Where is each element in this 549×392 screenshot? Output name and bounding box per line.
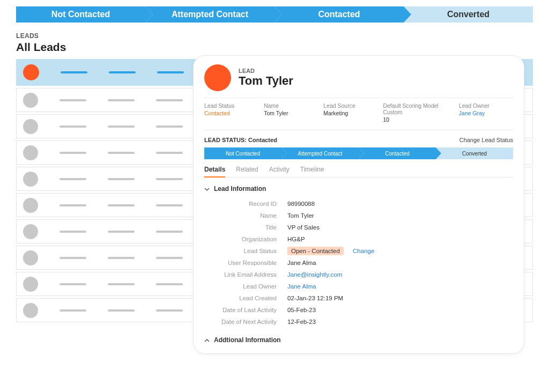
summary-scoring: Default Scoring Model Custom 10 [383, 102, 453, 123]
divider [204, 130, 513, 130]
info-value: 12-Feb-23 [287, 319, 316, 325]
placeholder-line [156, 99, 183, 101]
info-lead-status: Lead Status Open - Contacted Change [204, 245, 513, 257]
divider [204, 98, 513, 98]
placeholder-line [60, 231, 86, 233]
lead-detail-card: LEAD Tom Tyler Lead Status Contacted Nam… [193, 55, 524, 354]
info-label: Lead Created [204, 295, 277, 301]
placeholder-line [60, 178, 86, 180]
info-value: Jane Alma [287, 260, 316, 266]
summary-lead-owner: Lead Owner Jane Gray [459, 102, 513, 123]
mini-stage-contacted[interactable]: Contacted [359, 147, 436, 159]
placeholder-line [108, 257, 135, 259]
placeholder-line [61, 71, 87, 73]
placeholder-line [60, 204, 86, 206]
summary-row: Lead Status Contacted Name Tom Tyler Lea… [204, 102, 513, 123]
info-label: Link Email Address [204, 271, 277, 278]
placeholder-line [60, 99, 86, 101]
info-label: Lead Owner [204, 283, 277, 290]
tab-related[interactable]: Related [236, 166, 258, 177]
mini-stage-attempted[interactable]: Attempted Contact [281, 147, 359, 159]
summary-label: Lead Owner [459, 102, 513, 109]
info-next-activity: Date of Next Activity 12-Feb-23 [204, 316, 513, 328]
tab-activity[interactable]: Activity [269, 166, 290, 177]
lead-info-block: Record ID 98990088 Name Tom Tyler Title … [204, 198, 513, 328]
info-record-id: Record ID 98990088 [204, 198, 513, 210]
stage-converted[interactable]: Converted [404, 6, 533, 23]
lead-owner-link[interactable]: Jane Alma [287, 283, 316, 290]
section-additional-information[interactable]: Addtional Information [204, 336, 513, 344]
info-name: Name Tom Tyler [204, 210, 513, 221]
detail-type-label: LEAD [239, 68, 293, 74]
status-pill: Open - Contacted [287, 247, 344, 255]
stage-not-contacted[interactable]: Not Contacted [16, 6, 145, 23]
avatar [23, 93, 38, 108]
summary-label: Lead Source [323, 102, 377, 109]
placeholder-line [157, 71, 184, 73]
summary-value: 10 [383, 116, 453, 123]
avatar [23, 224, 38, 239]
placeholder-line [60, 125, 86, 128]
placeholder-line [108, 152, 135, 154]
placeholder-line [108, 231, 135, 233]
tab-timeline[interactable]: Timeline [300, 166, 324, 177]
info-label: Organization [204, 236, 277, 242]
avatar [23, 172, 38, 187]
mini-stage-converted[interactable]: Converted [436, 147, 513, 159]
placeholder-line [156, 125, 183, 128]
avatar [23, 64, 39, 80]
placeholder-line [156, 204, 183, 206]
placeholder-line [108, 99, 135, 101]
stage-contacted[interactable]: Contacted [274, 6, 404, 23]
change-status-link[interactable]: Change [353, 248, 374, 254]
summary-name: Name Tom Tyler [264, 102, 318, 123]
info-value: HG&P [287, 236, 305, 242]
change-lead-status-link[interactable]: Change Lead Status [459, 137, 513, 143]
info-value: 05-Feb-23 [287, 307, 316, 313]
placeholder-line [156, 152, 183, 154]
summary-value: Tom Tyler [264, 110, 318, 117]
email-link[interactable]: Jane@insightly.com [287, 271, 342, 278]
placeholder-line [108, 283, 135, 285]
summary-value-link[interactable]: Jane Gray [459, 110, 513, 117]
summary-label: Name [264, 102, 318, 109]
mini-stage-not-contacted[interactable]: Not Contacted [204, 147, 281, 159]
info-organization: Organization HG&P [204, 233, 513, 245]
avatar [23, 119, 38, 134]
tab-details[interactable]: Details [204, 166, 225, 177]
summary-label: Lead Status [204, 102, 258, 109]
section-title: Addtional Information [214, 336, 281, 344]
info-title: Title VP of Sales [204, 221, 513, 233]
card-header: LEAD Tom Tyler [204, 64, 513, 91]
status-text: LEAD STATUS: Contacted [204, 137, 277, 143]
section-title: Lead Information [214, 185, 266, 193]
avatar [204, 64, 231, 91]
placeholder-line [156, 257, 183, 259]
section-lead-information[interactable]: Lead Information [204, 185, 513, 193]
placeholder-line [60, 152, 86, 154]
placeholder-line [108, 178, 135, 180]
placeholder-line [108, 309, 135, 312]
info-value: Tom Tyler [287, 212, 314, 219]
summary-value: Marketing [323, 110, 377, 117]
tabs: Details Related Activity Timeline [204, 166, 513, 177]
leads-title: All Leads [16, 41, 533, 54]
placeholder-line [109, 71, 136, 73]
chevron-down-icon [204, 186, 210, 191]
placeholder-line [60, 257, 86, 259]
avatar [23, 198, 38, 213]
mini-pipeline: Not Contacted Attempted Contact Contacte… [204, 147, 513, 159]
summary-value: Contacted [204, 110, 258, 117]
info-value: 98990088 [287, 201, 315, 207]
info-label: Record ID [204, 201, 277, 207]
info-label: Lead Status [204, 248, 277, 254]
placeholder-line [108, 125, 135, 128]
stage-attempted-contact[interactable]: Attempted Contact [145, 6, 274, 23]
avatar [23, 250, 38, 265]
detail-name: Tom Tyler [239, 74, 293, 88]
summary-lead-status: Lead Status Contacted [204, 102, 258, 123]
summary-label: Default Scoring Model Custom [383, 102, 453, 115]
avatar [23, 277, 38, 292]
info-label: User Responsible [204, 260, 277, 266]
placeholder-line [156, 231, 183, 233]
